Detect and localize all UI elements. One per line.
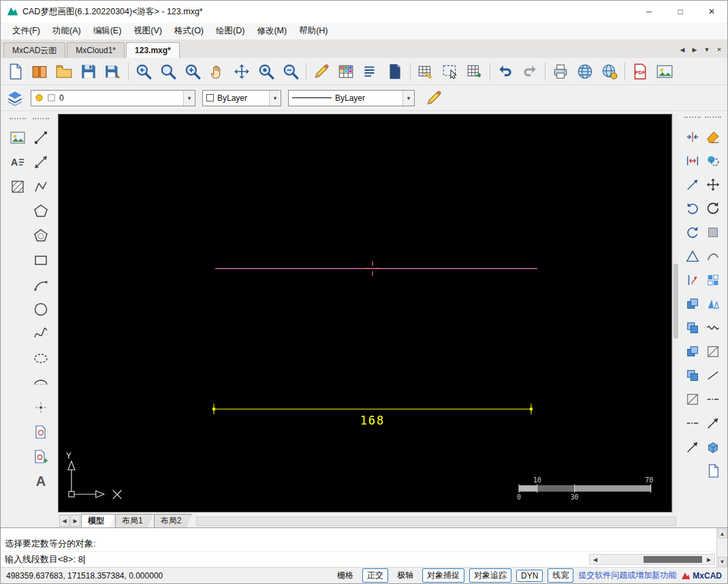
rotate-tool[interactable] bbox=[703, 200, 723, 217]
extend-tool[interactable] bbox=[703, 367, 723, 384]
zoom-out-button[interactable] bbox=[279, 60, 303, 83]
elliptical-arc-tool[interactable] bbox=[31, 373, 51, 393]
paste-block-tool-1[interactable] bbox=[683, 295, 702, 313]
zoom-dynamic-button[interactable] bbox=[230, 60, 254, 83]
tab-list-icon[interactable]: ▼ bbox=[701, 44, 712, 55]
spline-fit-tool[interactable] bbox=[703, 319, 723, 337]
fillet-tool[interactable] bbox=[703, 247, 723, 265]
scrollbar-thumb[interactable] bbox=[674, 264, 678, 339]
rotate-ccw-tool[interactable] bbox=[683, 200, 702, 217]
mirror-tool[interactable] bbox=[703, 295, 723, 313]
polygon-tool[interactable] bbox=[31, 201, 51, 221]
menu-format[interactable]: 格式(O) bbox=[168, 22, 210, 40]
multiline-text-tool[interactable]: A bbox=[7, 152, 28, 172]
menu-file[interactable]: 文件(F) bbox=[6, 22, 46, 40]
toggle-osnap[interactable]: 对象捕捉 bbox=[422, 568, 464, 583]
toggle-dyn[interactable]: DYN bbox=[516, 570, 543, 582]
scroll-right-icon[interactable]: ▶ bbox=[703, 555, 714, 564]
block-manager-button[interactable] bbox=[383, 60, 407, 83]
layout-scroll-left-icon[interactable]: ◀ bbox=[59, 514, 69, 527]
toolbar-drag-handle[interactable] bbox=[33, 118, 49, 121]
select-area-button[interactable] bbox=[438, 60, 462, 83]
open-file-button[interactable] bbox=[52, 60, 76, 83]
new-layout-tool[interactable] bbox=[703, 462, 723, 480]
web-publish-button[interactable] bbox=[597, 60, 622, 83]
offset-line-tool[interactable] bbox=[683, 390, 702, 408]
copy-tool[interactable] bbox=[703, 152, 723, 170]
construction-line-tool[interactable] bbox=[31, 152, 51, 172]
save-button[interactable] bbox=[76, 60, 101, 83]
command-horizontal-scrollbar[interactable]: ◀ ▶ bbox=[589, 554, 715, 565]
move-tool[interactable] bbox=[703, 176, 723, 194]
reverse-line-tool[interactable] bbox=[683, 438, 702, 456]
layer-select[interactable]: 0 ▾ bbox=[31, 90, 195, 106]
layout-tab-model[interactable]: 模型 bbox=[81, 514, 114, 527]
drawing-canvas[interactable]: 168 Y 10 bbox=[58, 114, 672, 512]
single-line-text-tool[interactable]: A bbox=[31, 471, 51, 491]
insert-image-button[interactable] bbox=[652, 60, 677, 83]
layout-scroll-right-icon[interactable]: ▶ bbox=[70, 514, 80, 527]
pan-button[interactable] bbox=[205, 60, 230, 83]
table-export-button[interactable] bbox=[462, 60, 487, 83]
polygon-edit-tool[interactable] bbox=[683, 247, 702, 265]
zoom-extents-button[interactable] bbox=[254, 60, 279, 83]
tab-close-icon[interactable]: ✕ bbox=[714, 44, 725, 55]
tab-scroll-left-icon[interactable]: ◀ bbox=[677, 44, 688, 55]
toggle-polar[interactable]: 极轴 bbox=[393, 568, 417, 583]
doc-tab-mxcloud1[interactable]: MxCloud1* bbox=[67, 42, 125, 58]
canvas-vertical-scrollbar[interactable] bbox=[672, 114, 678, 512]
break-at-point-tool[interactable] bbox=[683, 414, 702, 432]
color-select[interactable]: ByLayer ▾ bbox=[202, 90, 281, 106]
block-define-tool[interactable] bbox=[31, 422, 51, 442]
edit-join-tool[interactable] bbox=[683, 128, 702, 146]
trim-tool[interactable] bbox=[703, 414, 723, 432]
menu-edit[interactable]: 编辑(E) bbox=[87, 22, 128, 40]
save-as-button[interactable] bbox=[101, 60, 125, 83]
chamfer-tool[interactable] bbox=[703, 343, 723, 360]
edit-stretch-tool[interactable] bbox=[683, 152, 702, 170]
zoom-in-button[interactable] bbox=[180, 60, 205, 83]
scrollbar-track[interactable] bbox=[601, 555, 703, 564]
toggle-lineweight[interactable]: 线宽 bbox=[548, 568, 573, 583]
web-preview-button[interactable] bbox=[573, 60, 597, 83]
menu-modify[interactable]: 修改(M) bbox=[251, 22, 293, 40]
new-file-button[interactable] bbox=[3, 60, 27, 83]
toggle-ortho[interactable]: 正交 bbox=[362, 568, 388, 583]
open-online-button[interactable] bbox=[27, 60, 52, 83]
scale-tool[interactable] bbox=[703, 224, 723, 241]
tab-scroll-right-icon[interactable]: ▶ bbox=[689, 44, 700, 55]
scroll-left-icon[interactable]: ◀ bbox=[590, 555, 601, 564]
block-insert-tool[interactable] bbox=[31, 446, 51, 467]
command-input-row[interactable]: 输入线段数目<8>: 8 ◀ ▶ bbox=[1, 552, 716, 567]
layers-icon[interactable] bbox=[6, 89, 24, 107]
zoom-window-button[interactable] bbox=[156, 60, 180, 83]
match-properties-button[interactable] bbox=[422, 87, 446, 110]
linetype-select[interactable]: ByLayer ▾ bbox=[288, 90, 415, 106]
redo-button[interactable] bbox=[518, 60, 542, 83]
hatch-tool[interactable] bbox=[7, 176, 28, 197]
doc-tab-mxcad-cloud[interactable]: MxCAD云图 bbox=[3, 42, 65, 58]
rotate-cw-tool[interactable] bbox=[683, 224, 702, 241]
menu-draw[interactable]: 绘图(D) bbox=[210, 22, 251, 40]
color-table-button[interactable] bbox=[334, 60, 358, 83]
toolbar-drag-handle[interactable] bbox=[705, 117, 721, 119]
ellipse-tool[interactable] bbox=[31, 348, 51, 369]
arc-tool[interactable] bbox=[31, 275, 51, 295]
layout-tab-layout1[interactable]: 布局1 bbox=[115, 514, 153, 527]
export-pdf-button[interactable]: PDF bbox=[628, 60, 652, 83]
chevron-down-icon[interactable]: ▾ bbox=[402, 91, 414, 106]
markup-pencil-button[interactable] bbox=[309, 60, 334, 83]
edit-measure-tool[interactable] bbox=[683, 176, 702, 194]
command-vertical-scrollbar[interactable]: ▲ ▼ bbox=[716, 528, 727, 567]
box-3d-tool[interactable] bbox=[703, 438, 723, 456]
chevron-down-icon[interactable]: ▾ bbox=[183, 91, 195, 106]
erase-tool[interactable] bbox=[703, 128, 723, 146]
spline-tool[interactable] bbox=[31, 324, 51, 344]
zoom-previous-button[interactable] bbox=[131, 60, 156, 83]
toolbar-drag-handle[interactable] bbox=[684, 117, 701, 119]
scroll-up-icon[interactable]: ▲ bbox=[718, 529, 727, 538]
close-button[interactable]: ✕ bbox=[696, 1, 727, 22]
paste-block-tool-2[interactable] bbox=[683, 319, 702, 337]
polyline-tool[interactable] bbox=[31, 176, 51, 197]
paste-block-tool-3[interactable] bbox=[683, 343, 702, 360]
